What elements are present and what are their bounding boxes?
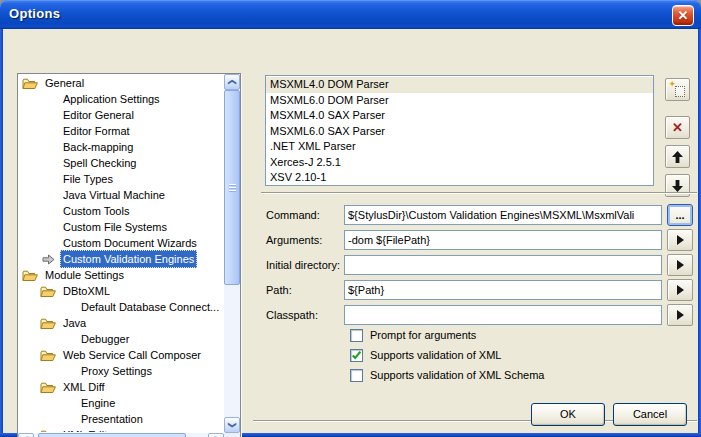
tree-item-label: Default Database Connect... — [78, 298, 222, 316]
tree-item-custom-tools[interactable]: Custom Tools — [18, 203, 224, 219]
engine-item-msxml4-0-sax-parser[interactable]: MSXML4.0 SAX Parser — [266, 108, 653, 124]
checkbox-prompt-for-arguments[interactable] — [350, 329, 363, 342]
tree-item-proxy-settings[interactable]: Proxy Settings — [18, 363, 224, 379]
chevron-up-icon: ❮ — [228, 79, 236, 86]
tree-item-custom-validation-engines[interactable]: Custom Validation Engines — [18, 251, 224, 267]
tree-item-presentation[interactable]: Presentation — [18, 411, 224, 427]
path-row: Path: — [259, 279, 699, 302]
folder-icon — [40, 349, 56, 362]
move-up-button[interactable] — [665, 145, 690, 168]
titlebar[interactable]: Options ✕ — [0, 0, 701, 29]
tree-item-custom-document-wizards[interactable]: Custom Document Wizards — [18, 235, 224, 251]
new-document-icon: ✦ — [671, 83, 685, 97]
scroll-left-button[interactable]: ❮ — [18, 433, 34, 437]
scroll-up-button[interactable]: ❮ — [224, 74, 240, 90]
right-triangle-icon — [677, 260, 684, 270]
cancel-button[interactable]: Cancel — [613, 403, 687, 426]
tree-item-editor-general[interactable]: Editor General — [18, 107, 224, 123]
folder-icon — [22, 269, 38, 282]
folder-icon — [40, 285, 56, 298]
indent-spacer — [58, 397, 74, 410]
tree-item-web-service-call-composer[interactable]: Web Service Call Composer — [18, 347, 224, 363]
checkbox-label: Prompt for arguments — [370, 328, 476, 343]
tree-item-editor-format[interactable]: Editor Format — [18, 123, 224, 139]
tree-item-file-types[interactable]: File Types — [18, 171, 224, 187]
tree-item-custom-file-systems[interactable]: Custom File Systems — [18, 219, 224, 235]
initial-directory-input[interactable] — [344, 255, 662, 275]
tree-item-back-mapping[interactable]: Back-mapping — [18, 139, 224, 155]
tree-item-java[interactable]: Java — [18, 315, 224, 331]
tree-item-engine[interactable]: Engine — [18, 395, 224, 411]
check-icon — [351, 350, 362, 361]
vertical-scroll-thumb[interactable] — [224, 90, 240, 285]
indent-spacer — [40, 93, 56, 106]
close-button[interactable]: ✕ — [672, 5, 694, 26]
right-triangle-icon — [677, 310, 684, 320]
checkbox-label: Supports validation of XML Schema — [370, 368, 544, 383]
command-label: Command: — [266, 204, 320, 226]
classpath-insert-button[interactable] — [667, 304, 693, 326]
classpath-input[interactable] — [344, 305, 662, 325]
checkbox-supports-validation-of-xml[interactable] — [350, 349, 363, 362]
checkbox-row-supports-validation-of-xml[interactable]: Supports validation of XML — [350, 348, 501, 363]
initial-directory-insert-button[interactable] — [667, 254, 693, 276]
indent-spacer — [40, 173, 56, 186]
delete-engine-button[interactable]: ✕ — [665, 116, 690, 139]
ok-button[interactable]: OK — [531, 403, 605, 426]
tree-horizontal-scrollbar[interactable]: ❮ ❯ — [18, 433, 224, 437]
engine-item-xerces-j-2-5-1[interactable]: Xerces-J 2.5.1 — [266, 155, 653, 171]
indent-spacer — [40, 205, 56, 218]
chevron-down-icon: ❯ — [228, 422, 236, 429]
indent-spacer — [40, 141, 56, 154]
checkbox-supports-validation-of-xml-schema[interactable] — [350, 369, 363, 382]
engine-item-msxml4-0-dom-parser[interactable]: MSXML4.0 DOM Parser — [266, 77, 653, 93]
indent-spacer — [40, 221, 56, 234]
indent-spacer — [58, 365, 74, 378]
indent-spacer — [40, 189, 56, 202]
indent-spacer — [40, 237, 56, 250]
tree-item-default-database-connect[interactable]: Default Database Connect... — [18, 299, 224, 315]
checkbox-label: Supports validation of XML — [370, 348, 501, 363]
scroll-down-button[interactable]: ❯ — [224, 417, 240, 433]
tree-item-general[interactable]: General — [18, 75, 224, 91]
section-divider — [261, 192, 697, 194]
horizontal-scroll-thumb[interactable] — [38, 433, 186, 437]
tree-item-label: XML Editor — [60, 426, 120, 432]
tree-item-java-virtual-machine[interactable]: Java Virtual Machine — [18, 187, 224, 203]
validation-engine-list[interactable]: MSXML4.0 DOM ParserMSXML6.0 DOM ParserMS… — [265, 75, 654, 186]
checkbox-row-supports-validation-of-xml-schema[interactable]: Supports validation of XML Schema — [350, 368, 544, 383]
scrollbar-corner — [224, 433, 240, 437]
indent-spacer — [58, 301, 74, 314]
tree-item-debugger[interactable]: Debugger — [18, 331, 224, 347]
command-input[interactable] — [344, 205, 662, 225]
scroll-right-button[interactable]: ❯ — [208, 433, 224, 437]
engine-item-msxml6-0-sax-parser[interactable]: MSXML6.0 SAX Parser — [266, 124, 653, 140]
tree-vertical-scrollbar[interactable]: ❮ ❯ — [224, 74, 240, 433]
right-triangle-icon — [677, 285, 684, 295]
tree-item-dbtoxml[interactable]: DBtoXML — [18, 283, 224, 299]
engine-item-xsv-2-10-1[interactable]: XSV 2.10-1 — [266, 170, 653, 186]
tree-item-spell-checking[interactable]: Spell Checking — [18, 155, 224, 171]
checkbox-row-prompt-for-arguments[interactable]: Prompt for arguments — [350, 328, 476, 343]
engine-item-net-xml-parser[interactable]: .NET XML Parser — [266, 139, 653, 155]
command-browse-button[interactable]: ... — [667, 204, 693, 226]
folder-icon — [40, 429, 56, 433]
window-title: Options — [9, 0, 60, 28]
tree-item-xml-diff[interactable]: XML Diff — [18, 379, 224, 395]
dotted-document-shape — [675, 86, 685, 97]
path-input[interactable] — [344, 280, 662, 300]
path-insert-button[interactable] — [667, 279, 693, 301]
arguments-insert-button[interactable] — [667, 229, 693, 251]
indent-spacer — [40, 157, 56, 170]
command-row: Command:... — [259, 204, 699, 227]
tree-item-application-settings[interactable]: Application Settings — [18, 91, 224, 107]
engine-item-msxml6-0-dom-parser[interactable]: MSXML6.0 DOM Parser — [266, 93, 653, 109]
options-dialog: Options ✕ GeneralApplication SettingsEdi… — [0, 0, 701, 437]
dialog-body: GeneralApplication SettingsEditor Genera… — [3, 29, 698, 433]
tree-item-module-settings[interactable]: Module Settings — [18, 267, 224, 283]
folder-icon — [22, 77, 38, 90]
new-engine-button[interactable]: ✦ — [665, 78, 690, 101]
arguments-label: Arguments: — [266, 229, 322, 251]
arguments-input[interactable] — [344, 230, 662, 250]
arrow-down-icon — [672, 180, 683, 192]
